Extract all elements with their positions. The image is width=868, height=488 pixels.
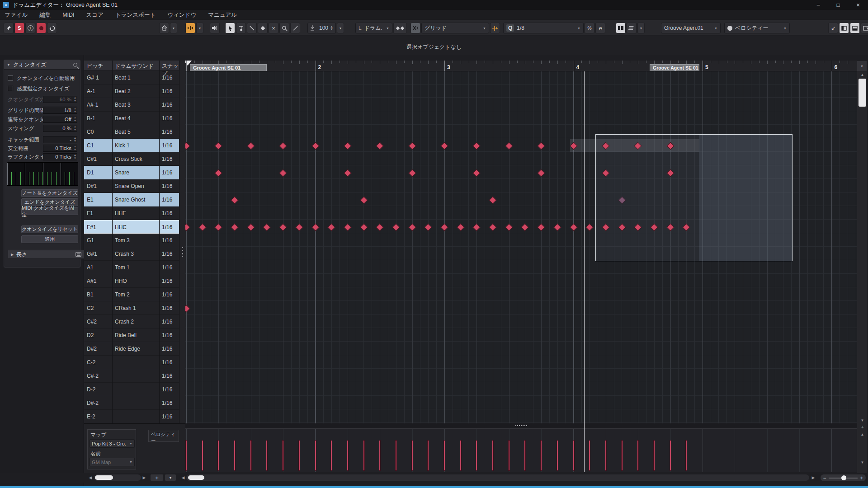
quantize-note-length-button[interactable]: ノート長をクオンタイズ: [21, 189, 78, 197]
apply-quantize-button[interactable]: 適用: [21, 235, 78, 243]
window-layout-left-icon[interactable]: [839, 23, 849, 33]
trim-tool[interactable]: [290, 23, 300, 33]
velocity-lane[interactable]: [185, 428, 857, 472]
window-layout-bottom-icon[interactable]: [850, 23, 860, 33]
velocity-bar[interactable]: [202, 440, 203, 471]
scroll-down-icon[interactable]: ▼: [857, 417, 868, 423]
select-tool[interactable]: [225, 23, 235, 33]
velocity-bar[interactable]: [443, 440, 445, 471]
autoscroll-dropdown-icon[interactable]: ▼: [196, 23, 203, 33]
note-diamond-F#1[interactable]: [231, 224, 239, 231]
velocity-bar[interactable]: [621, 440, 623, 471]
acoustic-feedback-button[interactable]: 1: [25, 23, 35, 33]
column-divider[interactable]: [112, 61, 113, 473]
pin-icon[interactable]: [4, 23, 14, 33]
velocity-bar[interactable]: [637, 440, 639, 471]
velocity-bar[interactable]: [363, 440, 365, 471]
auto-apply-checkbox[interactable]: [8, 75, 13, 81]
velocity-bar[interactable]: [670, 440, 671, 471]
note-diamond-C2[interactable]: [185, 305, 190, 313]
drum-row-G#1[interactable]: G#1Crash 31/16: [84, 247, 179, 261]
note-diamond-F#1[interactable]: [570, 224, 577, 231]
note-diamond-E1[interactable]: [489, 197, 497, 204]
note-diamond-C1[interactable]: [247, 142, 255, 150]
swing-field[interactable]: 0 %▲▼: [43, 125, 77, 132]
drum-row-C1[interactable]: C1Kick 11/16: [84, 139, 179, 152]
layers-dropdown-icon[interactable]: ▼: [637, 23, 645, 33]
menu-item-6[interactable]: マニュアル: [208, 11, 237, 19]
velocity-bar[interactable]: [573, 440, 575, 471]
drum-row-B-1[interactable]: B-1Beat 41/16: [84, 112, 179, 125]
grid-interval-field[interactable]: 1/8▲▼: [43, 107, 77, 114]
note-diamond-E1[interactable]: [231, 197, 239, 204]
note-diamond-D1[interactable]: [344, 169, 351, 177]
name-select[interactable]: GM Map▼: [90, 458, 135, 466]
drum-row-A#1[interactable]: A#1HHO1/16: [84, 274, 179, 288]
part-label[interactable]: Groove Agent SE 01: [190, 64, 267, 71]
drum-row-A1[interactable]: A1Tom 11/16: [84, 261, 179, 274]
note-diamond-F#1[interactable]: [441, 224, 448, 231]
note-diamond-F#1[interactable]: [215, 224, 222, 231]
strength-field[interactable]: 60 %▲▼: [43, 96, 77, 103]
note-diamond-D1[interactable]: [473, 169, 481, 177]
velocity-bar[interactable]: [605, 440, 607, 471]
note-diamond-F#1[interactable]: [376, 224, 384, 231]
note-diamond-F#1[interactable]: [392, 224, 400, 231]
velocity-bar[interactable]: [234, 440, 236, 471]
note-diamond-C1[interactable]: [441, 142, 448, 150]
velocity-bar[interactable]: [185, 440, 187, 471]
note-diamond-F#1[interactable]: [505, 224, 513, 231]
velocity-bar[interactable]: [589, 440, 590, 471]
menu-item-3[interactable]: スコア: [86, 11, 104, 19]
velocity-bar[interactable]: [685, 440, 687, 471]
drum-row-G#-1[interactable]: G#-1Beat 11/16: [84, 71, 179, 84]
velocity-bar[interactable]: [379, 440, 381, 471]
search-icon[interactable]: [73, 63, 77, 67]
quantize-preset-combo[interactable]: Q 1/8▼: [503, 23, 584, 33]
column-divider[interactable]: [159, 61, 160, 473]
menu-item-1[interactable]: 編集: [39, 11, 51, 19]
home-zoom-icon[interactable]: [159, 23, 169, 33]
autoscroll-button[interactable]: [185, 23, 195, 33]
reset-quantize-button[interactable]: クオンタイズをリセット: [21, 225, 78, 233]
note-diamond-C1[interactable]: [279, 142, 287, 150]
menu-item-4[interactable]: トランスポート: [115, 11, 156, 19]
map-select[interactable]: Pop Kit 3 - Gro.▼: [90, 439, 135, 448]
note-diamond-D1[interactable]: [215, 169, 222, 177]
list-scroll-left-icon[interactable]: ◀: [87, 474, 94, 481]
grid-scroll-left-icon[interactable]: ◀: [180, 474, 186, 481]
timeline-ruler[interactable]: Groove Agent SE 01 Groove Agent SE 01 23…: [185, 61, 857, 71]
quantize-edit-button[interactable]: e: [595, 23, 605, 33]
open-in-lower-zone-icon[interactable]: ↙: [828, 23, 838, 33]
quantize-panel-header[interactable]: ▼ クオンタイズ: [4, 60, 80, 70]
menu-item-5[interactable]: ウィンドウ: [167, 11, 196, 19]
note-diamond-F#1[interactable]: [344, 224, 351, 231]
note-diamond-F#1[interactable]: [586, 224, 594, 231]
note-diamond-E1[interactable]: [360, 197, 368, 204]
note-diamond-C1[interactable]: [376, 142, 384, 150]
velocity-bar[interactable]: [653, 440, 655, 471]
zoom-in-icon[interactable]: ＋: [858, 474, 866, 482]
velocity-bar[interactable]: [266, 440, 268, 471]
velocity-bar[interactable]: [315, 440, 316, 471]
note-diamond-D1[interactable]: [408, 169, 416, 177]
velocity-bar[interactable]: [217, 440, 219, 471]
drum-row-D1[interactable]: D1Snare1/16: [84, 166, 179, 179]
velocity-dropdown-icon[interactable]: ▼: [337, 23, 344, 33]
minimize-button[interactable]: –: [808, 0, 828, 10]
note-diamond-C1[interactable]: [473, 142, 481, 150]
velocity-lane-tab[interactable]: ベロシティー: [148, 430, 179, 442]
list-scroll-right-icon[interactable]: ▶: [141, 474, 147, 481]
note-grid[interactable]: [185, 71, 857, 423]
note-diamond-D1[interactable]: [538, 169, 545, 177]
velocity-bar[interactable]: [524, 440, 526, 471]
drum-row-B1[interactable]: B1Tom 21/16: [84, 288, 179, 301]
velocity-bar[interactable]: [298, 440, 300, 471]
note-diamond-F#1[interactable]: [279, 224, 287, 231]
setup-window-icon[interactable]: [861, 23, 868, 33]
note-diamond-F#1[interactable]: [311, 224, 319, 231]
vertical-scrollbar[interactable]: ▲ ▼: [857, 71, 867, 423]
drum-row-C2[interactable]: C2CRash 11/16: [84, 301, 179, 315]
divider-handle-icon[interactable]: [182, 247, 183, 257]
velocity-bar[interactable]: [282, 440, 284, 471]
